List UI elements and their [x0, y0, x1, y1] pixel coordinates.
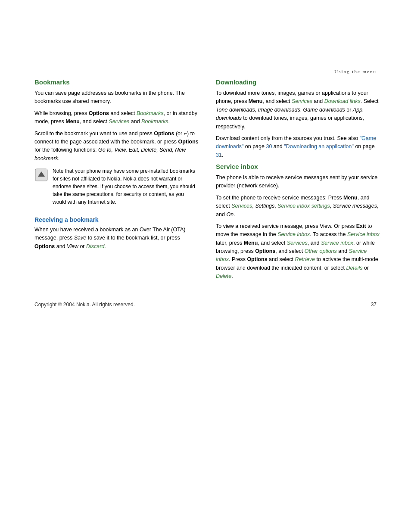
footer-page-number: 37	[371, 302, 377, 308]
note-text: Note that your phone may have some pre-i…	[53, 167, 199, 206]
service-inbox-p2: To set the phone to receive service mess…	[216, 194, 380, 219]
left-column: Bookmarks You can save page addresses as…	[34, 78, 199, 284]
service-inbox-p1: The phone is able to receive service mes…	[216, 174, 380, 190]
downloading-p1: To download more tones, images, games or…	[216, 89, 380, 131]
footer: Copyright © 2004 Nokia. All rights reser…	[0, 284, 411, 316]
downloading-section: Downloading To download more tones, imag…	[216, 78, 380, 159]
note-icon	[34, 168, 48, 182]
bookmarks-p1: You can save page addresses as bookmarks…	[34, 89, 199, 106]
header-text: Using the menu	[334, 69, 377, 74]
receiving-bookmark-section: Receiving a bookmark When you have recei…	[34, 216, 199, 251]
bookmarks-section: Bookmarks You can save page addresses as…	[34, 78, 199, 209]
downloading-title: Downloading	[216, 78, 380, 86]
service-inbox-p3: To view a received service message, pres…	[216, 222, 380, 281]
bookmarks-p2: While browsing, press Options and select…	[34, 109, 199, 126]
footer-copyright: Copyright © 2004 Nokia. All rights reser…	[34, 302, 135, 308]
bookmarks-p3: Scroll to the bookmark you want to use a…	[34, 130, 199, 163]
receiving-bookmark-title: Receiving a bookmark	[34, 216, 199, 223]
content-area: Bookmarks You can save page addresses as…	[0, 78, 411, 284]
right-column: Downloading To download more tones, imag…	[216, 78, 380, 284]
service-inbox-section: Service inbox The phone is able to recei…	[216, 163, 380, 281]
bookmarks-title: Bookmarks	[34, 78, 199, 86]
page: Using the menu Bookmarks You can save pa…	[0, 0, 411, 532]
downloading-p2: Download content only from the sources y…	[216, 134, 380, 159]
note-box: Note that your phone may have some pre-i…	[34, 167, 199, 209]
page-header: Using the menu	[0, 0, 411, 78]
receiving-bookmark-p1: When you have received a bookmark as an …	[34, 226, 199, 251]
service-inbox-title: Service inbox	[216, 163, 380, 170]
